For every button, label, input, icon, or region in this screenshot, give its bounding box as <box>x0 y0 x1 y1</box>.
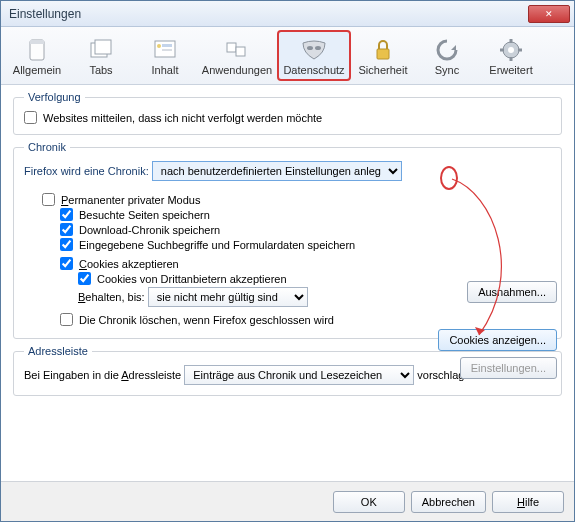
tab-content[interactable]: Inhalt <box>133 30 197 81</box>
tab-label: Anwendungen <box>202 64 272 76</box>
formdata-checkbox[interactable] <box>60 238 73 251</box>
dnt-checkbox[interactable] <box>24 111 37 124</box>
tab-general[interactable]: Allgemein <box>5 30 69 81</box>
tab-label: Inhalt <box>152 64 179 76</box>
tab-tabs[interactable]: Tabs <box>69 30 133 81</box>
perm-private-label: Permanenter privater Modus <box>61 194 200 206</box>
svg-rect-12 <box>377 49 389 59</box>
svg-rect-8 <box>227 43 236 52</box>
cookies-checkbox[interactable] <box>60 257 73 270</box>
svg-rect-1 <box>30 40 44 44</box>
addressbar-pre: Bei Eingaben in die Adressleiste <box>24 369 181 381</box>
close-button[interactable]: ✕ <box>528 5 570 23</box>
tab-label: Sync <box>435 64 459 76</box>
svg-point-10 <box>307 46 313 50</box>
downloads-checkbox[interactable] <box>60 223 73 236</box>
visited-checkbox[interactable] <box>60 208 73 221</box>
tabs-icon <box>86 36 116 64</box>
clear-close-checkbox[interactable] <box>60 313 73 326</box>
clear-close-row: Die Chronik löschen, wenn Firefox geschl… <box>60 313 551 326</box>
svg-rect-9 <box>236 47 245 56</box>
perm-private-checkbox[interactable] <box>42 193 55 206</box>
cookies-row: Cookies akzeptieren <box>60 257 551 270</box>
tab-label: Erweitert <box>489 64 532 76</box>
thirdparty-checkbox[interactable] <box>78 272 91 285</box>
titlebar: Einstellungen ✕ <box>1 1 574 27</box>
exceptions-button[interactable]: Ausnahmen... <box>467 281 557 303</box>
clear-close-label: Die Chronik löschen, wenn Firefox geschl… <box>79 314 334 326</box>
keep-until-select[interactable]: sie nicht mehr gültig sind <box>148 287 308 307</box>
tracking-group: Verfolgung Websites mitteilen, dass ich … <box>13 91 562 135</box>
tab-security[interactable]: Sicherheit <box>351 30 415 81</box>
perm-private-row: Permanenter privater Modus <box>42 193 551 206</box>
history-group: Chronik Firefox wird eine Chronik: nach … <box>13 141 562 339</box>
cancel-button[interactable]: Abbrechen <box>411 491 486 513</box>
window-title: Einstellungen <box>9 7 528 21</box>
ok-button[interactable]: OK <box>333 491 405 513</box>
downloads-row: Download-Chronik speichern <box>60 223 551 236</box>
svg-point-7 <box>157 44 161 48</box>
privacy-mask-icon <box>299 36 329 64</box>
gear-icon <box>496 36 526 64</box>
dnt-label: Websites mitteilen, dass ich nicht verfo… <box>43 112 322 124</box>
history-legend: Chronik <box>24 141 70 153</box>
tab-applications[interactable]: Anwendungen <box>197 30 277 81</box>
category-toolbar: Allgemein Tabs Inhalt Anwendungen Datens… <box>1 27 574 85</box>
close-icon: ✕ <box>545 9 553 19</box>
tracking-legend: Verfolgung <box>24 91 85 103</box>
tab-label: Tabs <box>89 64 112 76</box>
svg-rect-6 <box>162 49 172 51</box>
show-cookies-button[interactable]: Cookies anzeigen... <box>438 329 557 351</box>
general-icon <box>22 36 52 64</box>
svg-rect-3 <box>95 40 111 54</box>
downloads-label: Download-Chronik speichern <box>79 224 220 236</box>
security-lock-icon <box>368 36 398 64</box>
tab-advanced[interactable]: Erweitert <box>479 30 543 81</box>
content-area: Verfolgung Websites mitteilen, dass ich … <box>1 85 574 481</box>
keep-until-label: Behalten, bis: <box>78 291 145 303</box>
thirdparty-label: Cookies von Drittanbietern akzeptieren <box>97 273 287 285</box>
sync-icon <box>432 36 462 64</box>
tab-label: Datenschutz <box>283 64 344 76</box>
history-mode-label: Firefox wird eine Chronik: <box>24 165 149 177</box>
tab-label: Sicherheit <box>359 64 408 76</box>
cookies-label: Cookies akzeptieren <box>79 258 179 270</box>
tab-sync[interactable]: Sync <box>415 30 479 81</box>
addressbar-select[interactable]: Einträge aus Chronik und Lesezeichen <box>184 365 414 385</box>
formdata-row: Eingegebene Suchbegriffe und Formulardat… <box>60 238 551 251</box>
svg-point-11 <box>315 46 321 50</box>
formdata-label: Eingegebene Suchbegriffe und Formulardat… <box>79 239 355 251</box>
clear-settings-button[interactable]: Einstellungen... <box>460 357 557 379</box>
visited-row: Besuchte Seiten speichern <box>60 208 551 221</box>
dialog-footer: OK Abbrechen Hilfe <box>1 481 574 521</box>
svg-rect-5 <box>162 44 172 47</box>
settings-window: Einstellungen ✕ Allgemein Tabs Inhalt <box>0 0 575 522</box>
addressbar-legend: Adressleiste <box>24 345 92 357</box>
help-button[interactable]: Hilfe <box>492 491 564 513</box>
applications-icon <box>222 36 252 64</box>
history-mode-select[interactable]: nach benutzerdefinierten Einstellungen a… <box>152 161 402 181</box>
content-icon <box>150 36 180 64</box>
tab-label: Allgemein <box>13 64 61 76</box>
history-mode-row: Firefox wird eine Chronik: nach benutzer… <box>24 161 551 181</box>
tab-privacy[interactable]: Datenschutz <box>277 30 351 81</box>
svg-point-14 <box>508 47 514 53</box>
dnt-row: Websites mitteilen, dass ich nicht verfo… <box>24 111 551 124</box>
visited-label: Besuchte Seiten speichern <box>79 209 210 221</box>
